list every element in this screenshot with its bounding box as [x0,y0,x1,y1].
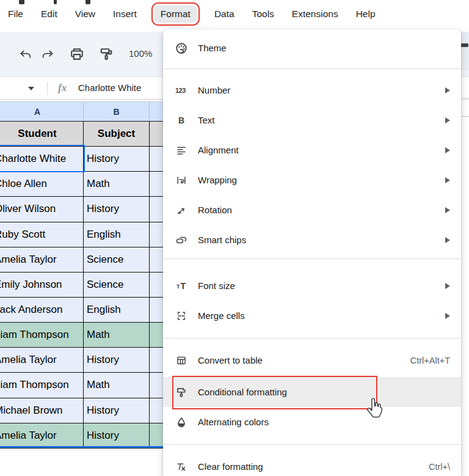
menu-view[interactable]: View [75,5,95,23]
menu-item-label: Theme [198,43,227,53]
cell-student[interactable]: Amelia Taylor [0,247,84,273]
menu-item-smart-chips[interactable]: Smart chips [163,225,461,255]
menu-format[interactable]: Format [155,5,197,23]
menu-item-convert-to-table[interactable]: Convert to table Ctrl+Alt+T [163,345,461,375]
cell-student[interactable]: Liam Thompson [0,373,84,398]
cell-student[interactable]: Jack Anderson [0,298,84,323]
number-icon: 123 [173,86,189,95]
cell-student[interactable]: Ruby Scott [0,222,84,247]
alignment-icon [173,145,189,155]
cell-subject[interactable]: History [84,197,150,222]
submenu-arrow-icon [445,313,450,319]
menu-item-label: Merge cells [198,310,245,321]
menu-extensions[interactable]: Extensions [292,5,338,23]
cell-student[interactable]: Chloe Allen [0,172,84,197]
header-cell[interactable]: Student [0,122,84,147]
clipped-title-fragment [85,0,90,4]
redo-icon[interactable] [40,46,56,62]
selection-range-bottom-border [0,446,180,448]
submenu-arrow-icon [445,117,450,123]
header-cell[interactable]: Subject [84,122,150,147]
gridline [461,116,469,117]
cell-student[interactable]: Amelia Taylor [0,348,84,373]
rotation-icon [173,205,189,215]
paint-format-icon[interactable] [98,46,114,62]
submenu-arrow-icon [445,177,450,183]
menu-item-font-size[interactable]: TT Font size [163,271,461,301]
menu-file[interactable]: File [8,5,23,23]
svg-text:T: T [176,284,180,290]
svg-text:123: 123 [175,87,186,94]
cell-subject[interactable]: History [84,423,150,449]
menu-item-alternating-colors[interactable]: Alternating colors [163,407,461,437]
menu-shortcut: Ctrl+\ [429,462,450,472]
menu-item-rotation[interactable]: Rotation [163,195,461,225]
undo-icon[interactable] [17,46,33,62]
cell-student[interactable]: Michael Brown [0,398,84,423]
cell-subject[interactable]: Math [84,172,150,197]
cell-student[interactable]: Liam Thompson [0,323,84,348]
cell-subject[interactable]: Science [84,247,150,273]
menu-shortcut: Ctrl+Alt+T [410,356,450,365]
submenu-arrow-icon [445,147,450,153]
divider [47,82,48,95]
submenu-arrow-icon [445,87,450,93]
menu-tools[interactable]: Tools [252,5,274,23]
cell-subject[interactable]: History [84,348,150,373]
menu-item-label: Wrapping [198,175,237,185]
conditional-format-icon [173,387,189,398]
column-header-a[interactable]: A [0,102,84,121]
smart-chips-icon [173,235,189,245]
cell-subject[interactable]: English [84,222,150,247]
print-icon[interactable] [69,46,85,62]
name-box-dropdown-icon[interactable] [28,87,34,90]
font-size-icon: TT [173,281,189,291]
wrapping-icon [173,175,189,185]
toolbar-partial-icon [460,43,468,47]
menu-item-number[interactable]: 123 Number [163,75,461,105]
menu-item-text[interactable]: B Text [163,105,461,135]
clipped-title-fragment [54,0,57,4]
menu-help[interactable]: Help [356,5,376,23]
menu-item-label: Conditional formatting [198,387,287,397]
menu-item-label: Smart chips [198,235,246,245]
cell-subject[interactable]: History [84,398,150,423]
menu-item-alignment[interactable]: Alignment [163,135,461,165]
submenu-arrow-icon [445,283,450,289]
column-header-b[interactable]: B [84,102,150,121]
format-dropdown-menu: Theme 123 Number B Text Alignment Wrappi… [163,29,461,476]
menu-item-label: Number [198,85,230,95]
menu-item-theme[interactable]: Theme [163,33,461,63]
gridline [461,98,469,98]
convert-table-icon [173,356,189,365]
merge-cells-icon [173,311,189,321]
cell-student[interactable]: Oliver Wilson [0,197,84,222]
menu-edit[interactable]: Edit [41,5,57,23]
menu-item-label: Alignment [198,145,239,155]
cell-student[interactable]: Amelia Taylor [0,423,84,449]
cell-subject[interactable]: History [84,147,150,172]
cell-student[interactable]: Charlotte White [0,147,84,172]
cell-subject[interactable]: Math [84,323,150,348]
cell-subject[interactable]: Math [84,373,150,398]
clipped-title-fragment [19,0,24,4]
menu-item-label: Convert to table [198,355,263,365]
menu-bar: File Edit View Insert Format Data Tools … [8,5,376,23]
menu-item-wrapping[interactable]: Wrapping [163,165,461,195]
bold-icon: B [173,115,189,125]
cell-subject[interactable]: Science [84,273,150,298]
cell-student[interactable]: Emily Johnson [0,273,84,298]
fx-icon: fx [58,82,67,94]
clear-format-icon [173,462,189,472]
menu-item-label: Rotation [198,205,232,215]
formula-bar-value[interactable]: Charlotte White [78,82,141,93]
menu-item-clear-formatting[interactable]: Clear formatting Ctrl+\ [163,452,461,476]
zoom-level[interactable]: 100% [129,48,152,59]
menu-data[interactable]: Data [214,5,234,23]
menu-item-conditional-formatting[interactable]: Conditional formatting [163,377,461,407]
menu-item-label: Clear formatting [198,461,263,472]
svg-text:B: B [178,115,184,125]
menu-insert[interactable]: Insert [113,5,137,23]
menu-item-merge-cells[interactable]: Merge cells [163,301,461,331]
cell-subject[interactable]: English [84,298,150,323]
